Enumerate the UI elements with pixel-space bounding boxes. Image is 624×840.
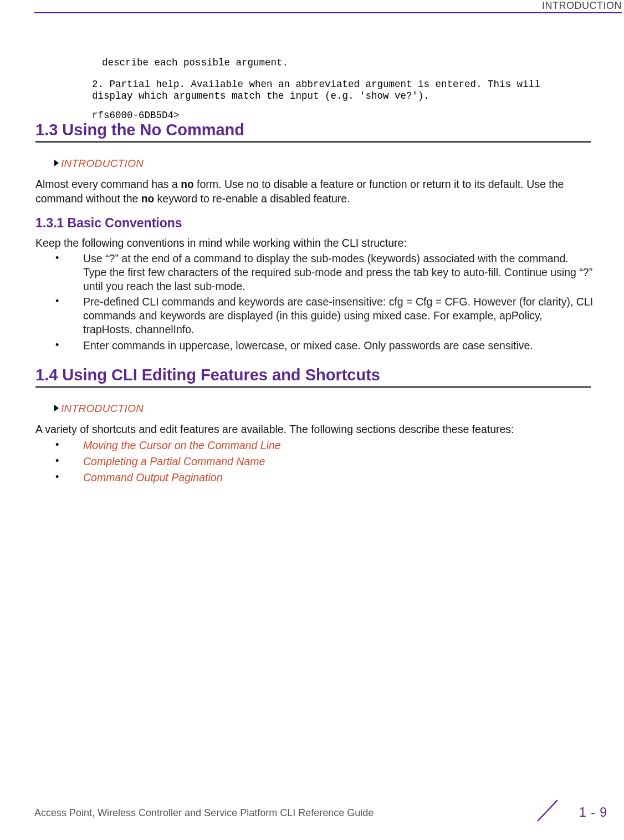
text: Almost every command has a [35,178,181,190]
footer-doc-title: Access Point, Wireless Controller and Se… [34,807,374,819]
list-text: Use “?” at the end of a command to displ… [83,252,592,292]
code-no-2: no [141,194,154,206]
list-item: Enter commands in uppercase, lowercase, … [55,339,594,353]
link-completing-partial[interactable]: Completing a Partial Command Name [83,455,265,467]
list-item: Moving the Cursor on the Command Line [55,439,594,452]
para-shortcuts-intro: A variety of shortcuts and edit features… [35,422,591,436]
running-header: INTRODUCTION [542,0,622,12]
svg-line-0 [538,800,557,821]
heading-1-4: 1.4 Using CLI Editing Features and Short… [35,366,591,388]
page-footer: Access Point, Wireless Controller and Se… [34,800,607,822]
code-line-2: 2. Partial help. Available when an abbre… [92,79,591,103]
breadcrumb-introduction-1[interactable]: INTRODUCTION [54,157,144,170]
code-line-1: describe each possible argument. [102,57,591,69]
page: INTRODUCTION describe each possible argu… [0,0,624,840]
list-text: Enter commands in uppercase, lowercase, … [83,339,533,352]
list-text: Pre-defined CLI commands and keywords ar… [83,296,593,335]
heading-1-3: 1.3 Using the No Command [35,121,591,142]
para-conventions-intro: Keep the following conventions in mind w… [35,236,591,250]
code-prompt: rfs6000-6DB5D4> [92,110,591,122]
list-item: Command Output Pagination [55,471,594,485]
shortcuts-link-list: Moving the Cursor on the Command Line Co… [55,439,594,486]
triangle-icon [54,405,59,411]
link-moving-cursor[interactable]: Moving the Cursor on the Command Line [83,439,281,451]
conventions-list: Use “?” at the end of a command to displ… [55,252,594,354]
header-rule [34,12,622,13]
footer-page-number: 1 - 9 [579,805,607,820]
heading-1-3-1: 1.3.1 Basic Conventions [35,216,182,231]
breadcrumb-introduction-2[interactable]: INTRODUCTION [54,403,144,415]
text: keyword to re-enable a disabled feature. [154,192,350,205]
link-output-pagination[interactable]: Command Output Pagination [83,471,222,483]
para-no-command: Almost every command has a no form. Use … [35,177,591,207]
list-item: Pre-defined CLI commands and keywords ar… [55,295,594,336]
breadcrumb-label: INTRODUCTION [61,157,144,169]
triangle-icon [54,160,59,166]
list-item: Completing a Partial Command Name [55,455,594,469]
code-no-1: no [181,179,193,191]
footer-slash-icon [532,798,563,823]
list-item: Use “?” at the end of a command to displ… [55,252,594,293]
breadcrumb-label: INTRODUCTION [61,403,144,414]
